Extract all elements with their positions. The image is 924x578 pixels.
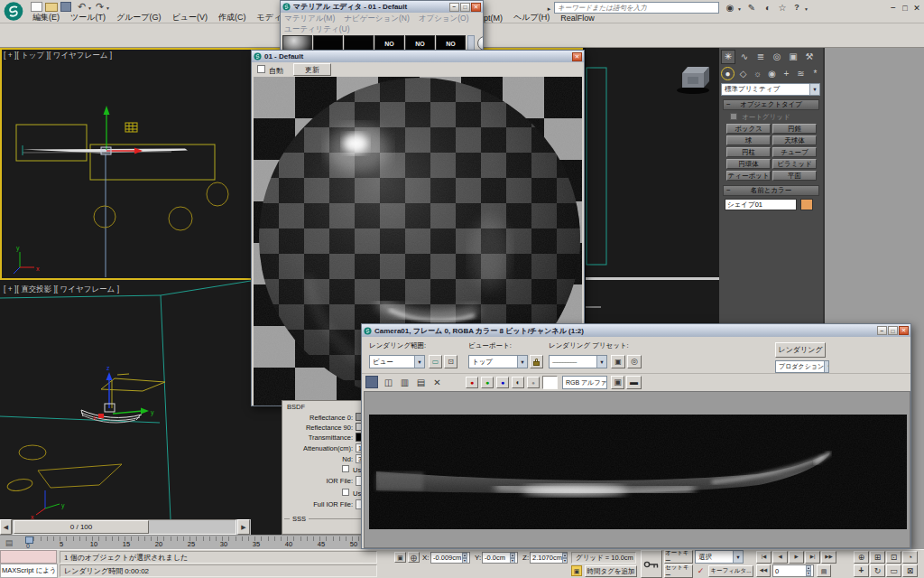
orbit-icon[interactable]: ↻ — [870, 564, 885, 577]
subtab-lights-icon[interactable]: ☼ — [751, 67, 764, 80]
time-prev-button[interactable]: ◀ — [0, 519, 12, 535]
menu-views[interactable]: ビュー(V) — [167, 12, 213, 23]
copy-image-icon[interactable]: ◫ — [382, 376, 395, 389]
set-key-mode-button[interactable] — [641, 550, 662, 578]
button-torus[interactable]: 円環体 — [726, 159, 771, 169]
update-button[interactable]: 更新 — [293, 63, 331, 76]
time-slider-handle[interactable]: 0 / 100 — [14, 520, 149, 534]
previous-key-button[interactable]: ◀◀ — [756, 564, 771, 577]
alpha-channel-icon[interactable]: ● — [527, 377, 540, 388]
object-name-input[interactable] — [725, 199, 797, 210]
menu-tools[interactable]: ツール(T) — [65, 12, 111, 23]
maximize-viewport-icon[interactable]: ⊠ — [902, 564, 918, 577]
previous-frame-button[interactable]: ◀ — [772, 551, 788, 564]
zoom-icon[interactable]: ⊕ — [854, 551, 869, 564]
help-icon[interactable]: ? — [790, 2, 803, 14]
clone-window-icon[interactable]: ▥ — [398, 376, 411, 389]
sample-type-button[interactable] — [477, 36, 484, 51]
save-image-icon[interactable] — [365, 376, 378, 388]
katana-render-image[interactable] — [369, 415, 907, 529]
button-teapot[interactable]: ティーポット — [726, 171, 771, 181]
rfw-viewport-dropdown[interactable]: トップ▼ — [468, 355, 528, 368]
auto-key-button[interactable]: オートキー — [664, 550, 693, 564]
button-plane[interactable]: 平面 — [772, 171, 817, 181]
go-to-start-button[interactable]: |◀ — [756, 551, 772, 564]
med-menu-utilities[interactable]: ユーティリティ(U) — [284, 24, 350, 35]
save-file-icon[interactable] — [60, 2, 71, 12]
subtab-systems-icon[interactable]: * — [808, 67, 822, 80]
menu-create[interactable]: 作成(C) — [213, 12, 252, 23]
time-tag-icon[interactable]: ▣ — [571, 565, 582, 576]
tab-modify-icon[interactable]: ∿ — [737, 50, 752, 64]
open-file-icon[interactable] — [45, 3, 58, 12]
med-close-icon[interactable]: ✕ — [471, 3, 481, 12]
subtab-geometry-icon[interactable]: ● — [721, 67, 735, 80]
3dsmax-logo-icon[interactable] — [3, 1, 24, 22]
med-minimize-icon[interactable]: − — [449, 3, 459, 12]
channel-display-dropdown[interactable]: RGB アルファ▼ — [562, 376, 607, 389]
button-box[interactable]: ボックス — [726, 124, 771, 134]
render-preset-dropdown[interactable]: ------------------▼ — [549, 355, 607, 368]
key-filter-button[interactable]: キーフィルタ... — [708, 565, 753, 577]
favorites-icon[interactable]: ☆ — [776, 2, 789, 14]
y-coord-field[interactable]: -0.0cm▼▼ — [482, 552, 518, 564]
autogrid-checkbox[interactable] — [730, 113, 737, 120]
pan-icon[interactable]: + — [854, 564, 869, 577]
subtab-cameras-icon[interactable]: ◉ — [765, 67, 779, 80]
button-pyramid[interactable]: ピラミッド — [772, 159, 817, 169]
background-color-swatch[interactable] — [542, 376, 558, 389]
rfw-maximize-icon[interactable]: □ — [888, 326, 898, 335]
search-icon[interactable]: ◉ — [724, 2, 736, 14]
tab-hierarchy-icon[interactable]: ≣ — [753, 50, 768, 64]
search-input[interactable] — [554, 2, 719, 14]
render-area-dropdown[interactable]: ビュー▼ — [369, 355, 425, 368]
key-mode-toggle-icon[interactable]: ▤ — [817, 564, 831, 577]
render-mode-dropdown[interactable]: プロダクション▼ — [775, 360, 829, 373]
object-color-swatch[interactable] — [800, 199, 813, 210]
use-ior-checkbox[interactable] — [342, 465, 349, 472]
render-button[interactable]: レンダリング — [775, 342, 826, 358]
med-maximize-icon[interactable]: □ — [460, 3, 470, 12]
subtab-shapes-icon[interactable]: ◇ — [736, 67, 750, 80]
undo-flyout-icon[interactable]: ▼ — [87, 5, 93, 12]
selection-lock-icon[interactable]: ▣ — [394, 552, 406, 563]
communicator-icon[interactable]: ◐ — [762, 2, 774, 14]
search-flyout-icon[interactable]: ▼ — [736, 5, 743, 13]
new-file-icon[interactable] — [31, 2, 42, 12]
rfw-minimize-icon[interactable]: − — [877, 326, 887, 335]
window-close-icon[interactable]: ✕ — [911, 3, 922, 14]
zoom-region-icon[interactable]: ▭ — [886, 564, 901, 577]
time-next-button[interactable]: ▶ — [237, 519, 250, 535]
rfw-titlebar[interactable]: Camera01, フレーム 0, RGBA カラー 8 ビット/チャンネル (… — [362, 324, 910, 337]
search-go-icon[interactable]: ▸ — [545, 3, 553, 14]
annotate-icon[interactable]: ✎ — [745, 2, 758, 14]
macro-recorder-pane[interactable] — [0, 550, 57, 564]
current-frame-field[interactable]: 0▼▼ — [772, 564, 814, 577]
med-menu-material[interactable]: マテリアル(M) — [284, 14, 335, 24]
render-setup-icon[interactable]: ▣ — [611, 355, 625, 368]
x-coord-field[interactable]: -0.009cm▼▼ — [430, 552, 470, 564]
print-image-icon[interactable]: ▤ — [414, 376, 428, 389]
edit-region-icon[interactable]: ▭ — [429, 355, 442, 368]
viewport-lock-button[interactable] — [530, 355, 543, 368]
z-coord-field[interactable]: 2.1070cm▼▼ — [530, 552, 568, 564]
zoom-all-icon[interactable]: ⊞ — [870, 551, 885, 564]
absolute-offset-icon[interactable]: ⨁ — [408, 552, 420, 563]
zoom-extents-icon[interactable]: ⊡ — [886, 551, 901, 564]
tab-motion-icon[interactable]: ◎ — [770, 50, 784, 64]
time-tag-button[interactable]: 時間タグを追加 — [585, 565, 637, 577]
window-minimize-icon[interactable]: − — [888, 3, 899, 14]
subtab-helpers-icon[interactable]: + — [780, 67, 793, 80]
key-tangent-icon[interactable]: ✓ — [695, 565, 707, 577]
trackbar-filter-icon[interactable]: ▤ — [2, 537, 16, 548]
blue-channel-icon[interactable]: ● — [496, 377, 509, 388]
preview-close-icon[interactable]: ✕ — [572, 52, 582, 61]
auto-region-icon[interactable]: ⊡ — [444, 355, 457, 368]
use-full-ior-checkbox[interactable] — [342, 489, 349, 496]
go-to-end-button[interactable]: ▶▶ — [821, 551, 836, 564]
tab-create-icon[interactable]: ✳ — [721, 50, 735, 64]
help-flyout-icon[interactable]: ▼ — [803, 5, 809, 13]
rollout-object-type[interactable]: −オブジェクトタイプ — [723, 99, 819, 110]
layer-icon[interactable]: ▣ — [611, 376, 624, 389]
button-cylinder[interactable]: 円柱 — [726, 147, 771, 157]
